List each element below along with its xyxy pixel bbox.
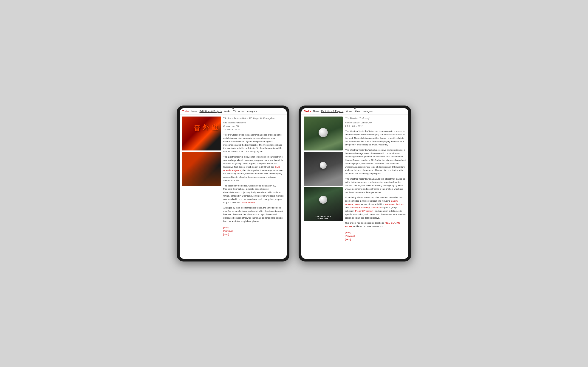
right-image-1	[304, 117, 343, 150]
left-work-meta: Site specific installation Guangzhou, CN…	[223, 121, 284, 131]
left-image-2	[182, 152, 221, 186]
sphere-2	[320, 162, 327, 169]
left-previous-link[interactable]: [Previous]	[223, 229, 284, 233]
right-nav-works[interactable]: Works	[346, 110, 352, 113]
right-work-dates: 7 Jul - 9 Sep 2012	[345, 125, 363, 127]
persistent-link[interactable]: 'Persistent Illusions'	[385, 203, 404, 206]
right-para-3: 'The Weather Yesterday' is a paradoxical…	[345, 177, 406, 194]
right-screen: Troika News Exhibitions & Projects Works…	[301, 108, 408, 259]
left-nav-instagram[interactable]: Instagram	[246, 110, 257, 113]
left-next-link[interactable]: [Next]	[223, 233, 284, 236]
right-para-4: Since being shown in London, 'The Weathe…	[345, 196, 406, 219]
left-back-link[interactable]: [Back]	[223, 226, 284, 229]
left-tablet: Troika News Exhibitions & Projects Works…	[177, 106, 289, 261]
left-para-2: The 'Electroprobe' is a device for liste…	[223, 155, 284, 182]
left-work-dates: 23 Jun – 8 Jul 2007	[223, 128, 242, 131]
left-nav-links: [Back] [Previous] [Next]	[223, 226, 284, 236]
sphere-1	[319, 128, 328, 137]
right-image-3: THE WEATHERYESTERDAY	[304, 187, 343, 221]
right-para-1: 'The Weather Yesterday' takes our obsess…	[345, 130, 406, 147]
right-work-title: 'The Weather Yesterday'	[345, 117, 406, 120]
right-nav-instagram[interactable]: Instagram	[363, 110, 373, 113]
right-previous-link[interactable]: [Previous]	[345, 234, 406, 238]
right-image-2	[304, 152, 343, 186]
left-para-3: The second in the series, 'Electroprobe …	[223, 184, 284, 204]
right-nav-exhibitions[interactable]: Exhibitions & Projects	[321, 110, 343, 113]
right-para-5: This project has been possible thanks to…	[345, 221, 406, 228]
right-nav-links: [Back] [Previous] [Next]	[345, 231, 406, 241]
right-images: THE WEATHERYESTERDAY	[304, 117, 343, 257]
right-work-location: Hoxton Square, London, UK	[345, 121, 372, 124]
right-nav-about[interactable]: About	[355, 110, 360, 113]
sphere-3	[319, 196, 327, 204]
left-nav-news[interactable]: News	[191, 110, 197, 113]
right-brand[interactable]: Troika	[304, 110, 311, 113]
left-text-col[interactable]: 'Electroprobe Installation #2', Magnetic…	[223, 117, 284, 257]
jan-link[interactable]: Jan-v-Eyck Academy, Maastricht	[349, 206, 381, 209]
right-back-link[interactable]: [Back]	[345, 231, 406, 234]
right-nav-news[interactable]: News	[313, 110, 319, 113]
left-brand[interactable]: Troika	[182, 110, 189, 113]
riba-link[interactable]: RIBA	[384, 222, 389, 224]
left-nav-works[interactable]: Works	[224, 110, 230, 113]
gla-link[interactable]: GLA	[391, 222, 395, 224]
left-image-1: 磁外音	[182, 117, 221, 150]
left-work-type: Site specific installation	[223, 121, 246, 124]
left-screen: Troika News Exhibitions & Projects Works…	[180, 108, 287, 259]
left-content: 磁外音 'Electroprobe Installation #2', Magn…	[180, 115, 287, 259]
left-work-location: Guangzhou, CN	[223, 125, 239, 127]
get-it-louder-link[interactable]: 'Get It Louder.'	[242, 201, 256, 204]
left-work-title: 'Electroprobe Installation #2', Magnetic…	[223, 117, 284, 120]
sms-link[interactable]: 'SMS Guerrilla Projector'	[223, 166, 280, 172]
left-nav-exhibitions[interactable]: Exhibitions & Projects	[199, 110, 222, 113]
left-para-4: Arranged by their electromagnetic tunes,…	[223, 206, 284, 223]
present-link[interactable]: 'Present Presence'	[355, 210, 373, 212]
right-text-col[interactable]: 'The Weather Yesterday' Hoxton Square, L…	[345, 117, 406, 257]
right-tablet: Troika News Exhibitions & Projects Works…	[299, 106, 411, 261]
left-para-1: Troika's 'Electroprobe Installations' is…	[223, 133, 284, 153]
right-para-2: 'The Weather Yesterday' is both percepti…	[345, 148, 406, 175]
right-work-body: 'The Weather Yesterday' takes our obsess…	[345, 130, 406, 228]
right-work-meta: Hoxton Square, London, UK 7 Jul - 9 Sep …	[345, 121, 406, 128]
left-work-body: Troika's 'Electroprobe Installations' is…	[223, 133, 284, 223]
right-content: THE WEATHERYESTERDAY 'The Weather Yester…	[301, 115, 408, 259]
weather-text-overlay: THE WEATHERYESTERDAY	[315, 215, 331, 219]
left-nav-about[interactable]: About	[238, 110, 244, 113]
left-nav: Troika News Exhibitions & Projects Works…	[180, 108, 287, 115]
right-nav: Troika News Exhibitions & Projects Works…	[301, 108, 408, 115]
left-images: 磁外音	[182, 117, 221, 257]
left-nav-cv[interactable]: CV	[233, 110, 236, 113]
right-next-link[interactable]: [Next]	[345, 238, 406, 241]
